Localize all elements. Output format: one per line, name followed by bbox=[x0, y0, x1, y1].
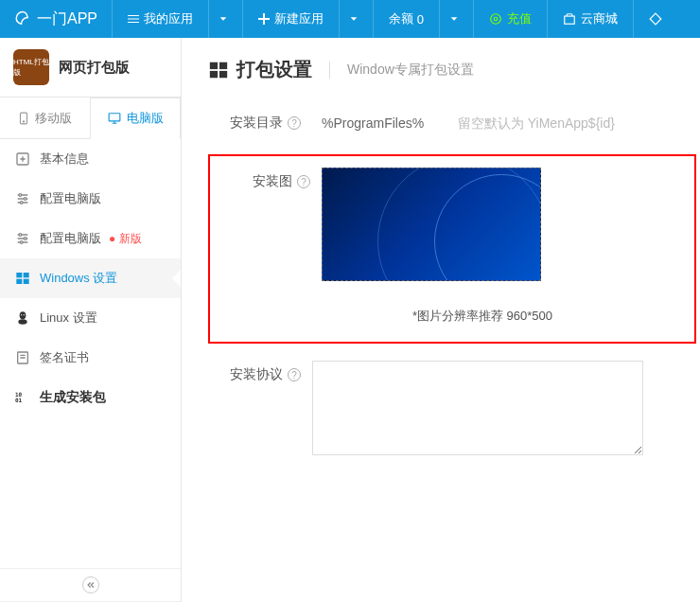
cert-icon bbox=[15, 350, 30, 365]
windows-icon bbox=[208, 60, 229, 80]
tab-mobile[interactable]: 移动版 bbox=[0, 97, 90, 138]
sliders-icon bbox=[15, 191, 30, 206]
svg-rect-30 bbox=[219, 62, 227, 68]
install-image-hint: *图片分辨率推荐 960*500 bbox=[322, 308, 643, 325]
help-icon[interactable]: ? bbox=[288, 116, 301, 130]
row-install-dir: 安装目录 ? bbox=[208, 109, 700, 137]
svg-rect-19 bbox=[24, 273, 29, 277]
sidebar: HTML打包版 网页打包版 移动版 电脑版 基本信息 配置电脑版 bbox=[0, 38, 182, 602]
svg-rect-31 bbox=[210, 70, 218, 77]
nav-my-apps-dropdown[interactable] bbox=[208, 0, 242, 38]
platform-tabs: 移动版 电脑版 bbox=[0, 97, 181, 139]
install-dir-input[interactable] bbox=[312, 109, 445, 137]
svg-point-9 bbox=[24, 120, 25, 121]
chevron-down-icon bbox=[449, 14, 459, 24]
menu-config-desktop[interactable]: 配置电脑版 bbox=[0, 179, 181, 219]
svg-rect-32 bbox=[219, 70, 227, 77]
chevron-left-double-icon bbox=[86, 580, 96, 590]
nav-balance[interactable]: 余额 0 bbox=[373, 0, 439, 38]
help-icon[interactable]: ? bbox=[297, 175, 310, 188]
menu-basic-info-label: 基本信息 bbox=[40, 150, 89, 168]
menu-icon bbox=[128, 13, 139, 25]
menu-basic-info[interactable]: 基本信息 bbox=[0, 139, 181, 179]
nav-new-app[interactable]: 新建应用 bbox=[242, 0, 339, 38]
menu-windows-settings[interactable]: Windows 设置 bbox=[0, 258, 181, 298]
install-image-preview[interactable] bbox=[322, 168, 541, 281]
nav-balance-dropdown[interactable] bbox=[439, 0, 473, 38]
install-agreement-label: 安装协议 ? bbox=[208, 361, 312, 383]
nav-new-app-label: 新建应用 bbox=[274, 10, 324, 27]
svg-point-13 bbox=[24, 198, 26, 201]
menu-config-desktop-new[interactable]: 配置电脑版 ● 新版 bbox=[0, 219, 181, 258]
binary-icon: 1001 bbox=[15, 390, 30, 405]
tab-desktop-label: 电脑版 bbox=[127, 110, 164, 127]
tab-mobile-label: 移动版 bbox=[35, 110, 72, 127]
menu-linux-settings-label: Linux 设置 bbox=[40, 310, 97, 327]
nav-cloud-store-label: 云商城 bbox=[581, 10, 618, 27]
row-install-agreement: 安装协议 ? bbox=[208, 361, 700, 458]
svg-point-14 bbox=[20, 202, 23, 204]
svg-rect-2 bbox=[128, 22, 139, 23]
sidebar-menu: 基本信息 配置电脑版 配置电脑版 ● 新版 Windows 设置 Linux 设… bbox=[0, 139, 181, 568]
menu-sign-cert-label: 签名证书 bbox=[40, 349, 89, 366]
menu-config-desktop-new-label: 配置电脑版 bbox=[40, 230, 101, 247]
app-icon: HTML打包版 bbox=[13, 49, 49, 85]
linux-icon bbox=[15, 310, 30, 326]
install-dir-label: 安装目录 ? bbox=[208, 109, 312, 132]
target-icon bbox=[489, 12, 502, 26]
top-navbar: 一门APP 我的应用 新建应用 余额 0 充值 云商城 bbox=[0, 0, 700, 38]
plus-icon bbox=[258, 13, 270, 25]
svg-point-16 bbox=[24, 238, 26, 240]
diamond-icon bbox=[649, 12, 662, 26]
nav-new-app-dropdown[interactable] bbox=[339, 0, 373, 38]
help-icon[interactable]: ? bbox=[288, 368, 301, 381]
page-title-row: 打包设置 Window专属打包设置 bbox=[208, 57, 700, 82]
nav-more[interactable] bbox=[633, 0, 682, 38]
svg-rect-0 bbox=[128, 15, 139, 16]
menu-generate-package-label: 生成安装包 bbox=[40, 389, 106, 406]
page-subtitle: Window专属打包设置 bbox=[329, 62, 474, 79]
new-badge: ● 新版 bbox=[109, 231, 142, 247]
svg-point-6 bbox=[494, 17, 498, 21]
desktop-icon bbox=[107, 112, 122, 125]
info-icon bbox=[15, 151, 30, 167]
nav-cloud-store[interactable]: 云商城 bbox=[547, 0, 633, 38]
svg-point-12 bbox=[19, 194, 22, 197]
logo-text: 一门APP bbox=[37, 9, 97, 29]
app-name: 网页打包版 bbox=[59, 59, 130, 77]
nav-recharge-label: 充值 bbox=[507, 10, 532, 27]
nav-recharge[interactable]: 充值 bbox=[473, 0, 547, 38]
app-header: HTML打包版 网页打包版 bbox=[0, 38, 181, 97]
collapse-sidebar-button[interactable] bbox=[82, 576, 99, 593]
nav-my-apps-label: 我的应用 bbox=[144, 10, 193, 27]
mobile-icon bbox=[17, 112, 30, 125]
balance-label: 余额 bbox=[389, 10, 413, 27]
menu-config-desktop-label: 配置电脑版 bbox=[40, 190, 101, 207]
chevron-down-icon bbox=[349, 14, 359, 24]
install-dir-suffix-input[interactable] bbox=[448, 109, 638, 137]
svg-rect-18 bbox=[16, 273, 22, 277]
sliders-icon bbox=[15, 231, 30, 246]
page-title: 打包设置 bbox=[236, 57, 312, 82]
menu-linux-settings[interactable]: Linux 设置 bbox=[0, 298, 181, 338]
svg-point-17 bbox=[20, 241, 23, 244]
install-agreement-textarea[interactable] bbox=[312, 361, 643, 455]
svg-point-23 bbox=[18, 319, 26, 324]
svg-rect-21 bbox=[24, 279, 29, 284]
logo[interactable]: 一门APP bbox=[0, 0, 112, 38]
install-image-highlight: 安装图 ? *图片分辨率推荐 960*500 bbox=[208, 154, 696, 344]
svg-rect-29 bbox=[210, 62, 218, 68]
nav-my-apps[interactable]: 我的应用 bbox=[112, 0, 208, 38]
main-content: 打包设置 Window专属打包设置 安装目录 ? 安装图 ? *图片分 bbox=[182, 38, 700, 602]
svg-rect-20 bbox=[16, 279, 22, 284]
svg-text:01: 01 bbox=[15, 397, 23, 403]
svg-point-25 bbox=[24, 314, 25, 315]
tab-desktop[interactable]: 电脑版 bbox=[90, 97, 182, 139]
svg-rect-10 bbox=[109, 114, 120, 121]
menu-sign-cert[interactable]: 签名证书 bbox=[0, 338, 181, 378]
install-image-label: 安装图 ? bbox=[218, 168, 322, 190]
svg-text:10: 10 bbox=[15, 391, 23, 398]
svg-point-15 bbox=[19, 234, 22, 237]
svg-point-24 bbox=[21, 314, 22, 315]
menu-generate-package[interactable]: 1001 生成安装包 bbox=[0, 378, 181, 417]
